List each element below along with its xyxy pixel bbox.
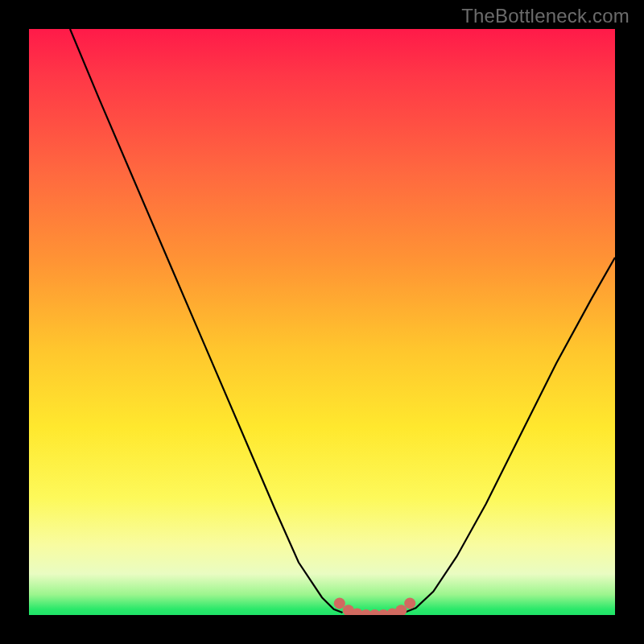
curve-layer: [29, 29, 615, 615]
curve-left-arm: [70, 29, 343, 613]
chart-frame: TheBottleneck.com: [0, 0, 644, 644]
marker-dot: [334, 597, 345, 609]
marker-dot: [395, 605, 407, 615]
attribution-text: TheBottleneck.com: [461, 5, 630, 27]
plot-area: [29, 29, 615, 615]
marker-dot: [404, 597, 415, 609]
marker-cluster: [334, 597, 415, 615]
curve-right-arm: [404, 258, 615, 613]
